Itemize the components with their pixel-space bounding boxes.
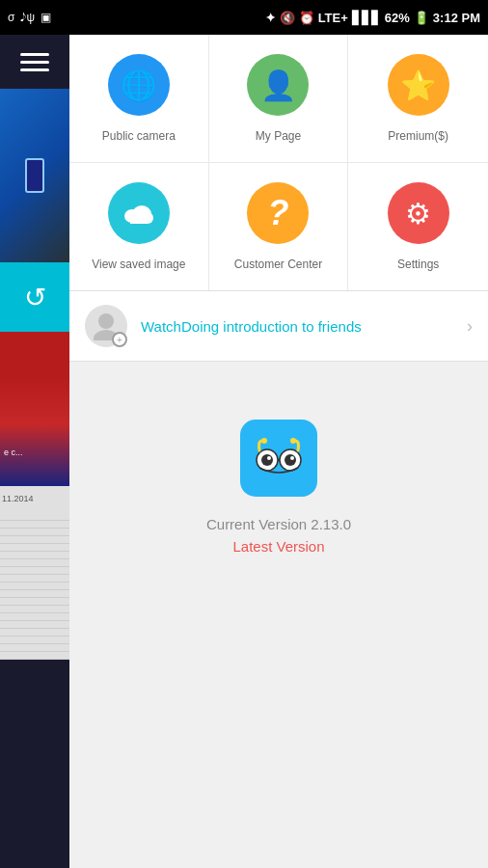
my-page-icon: 👤 xyxy=(247,54,309,116)
battery-percent: 62% xyxy=(385,11,410,25)
public-camera-icon: 🌐 xyxy=(108,54,170,116)
svg-point-11 xyxy=(290,456,294,460)
thumb3-date: 11.2014 xyxy=(2,494,34,503)
clock: 3:12 PM xyxy=(433,11,480,25)
lte-indicator: LTE+ xyxy=(318,11,348,25)
cloud-icon-svg xyxy=(122,197,155,230)
thumb2-label: e c... xyxy=(4,448,23,457)
svg-point-13 xyxy=(261,438,267,444)
battery-icon: 🔋 xyxy=(414,11,429,25)
app-logo-svg xyxy=(250,429,308,487)
invite-text: WatchDoing introduction to friends xyxy=(141,318,467,335)
left-sidebar: ↺ e c... 11.2014 xyxy=(0,35,69,868)
sidebar-thumbnail-3[interactable]: 11.2014 xyxy=(0,486,69,660)
version-section: Current Version 2.13.0 Latest Version xyxy=(69,362,488,868)
status-icon-sigma: σ xyxy=(8,11,14,24)
invite-banner[interactable]: + WatchDoing introduction to friends › xyxy=(69,291,488,362)
signal-bars: ▋▋▋ xyxy=(352,11,381,25)
svg-point-10 xyxy=(267,456,271,460)
menu-item-premium[interactable]: ⭐ Premium($) xyxy=(348,35,488,163)
menu-item-my-page[interactable]: 👤 My Page xyxy=(209,35,349,163)
premium-label: Premium($) xyxy=(388,129,448,143)
current-version-text: Current Version 2.13.0 xyxy=(206,516,351,532)
invite-arrow-icon: › xyxy=(467,316,473,337)
svg-rect-3 xyxy=(130,216,148,224)
menu-grid: 🌐 Public camera 👤 My Page ⭐ Premium($) xyxy=(69,35,488,291)
status-icon-image: ▣ xyxy=(41,11,51,24)
svg-point-9 xyxy=(285,454,296,466)
hamburger-button[interactable] xyxy=(0,35,69,89)
menu-item-settings[interactable]: ⚙ Settings xyxy=(348,163,488,290)
menu-item-customer-center[interactable]: ? Customer Center xyxy=(209,163,349,290)
svg-point-8 xyxy=(261,454,273,466)
svg-point-4 xyxy=(98,313,114,329)
volume-icon: 🔇 xyxy=(280,11,295,25)
hamburger-line xyxy=(20,61,49,64)
hamburger-line xyxy=(20,68,49,71)
bluetooth-icon: ✦ xyxy=(265,11,276,25)
app-logo xyxy=(240,420,317,497)
main-layout: ↺ e c... 11.2014 🌐 Public camera 👤 My Pa… xyxy=(0,35,488,868)
status-bar: σ 𝅘𝅥𝅮 ψ ▣ ✦ 🔇 ⏰ LTE+ ▋▋▋ 62% 🔋 3:12 PM xyxy=(0,0,488,35)
menu-item-public-camera[interactable]: 🌐 Public camera xyxy=(69,35,209,163)
invite-avatar-wrap: + xyxy=(85,305,127,347)
invite-plus-icon: + xyxy=(112,332,127,347)
right-content: 🌐 Public camera 👤 My Page ⭐ Premium($) xyxy=(69,35,488,868)
customer-center-icon: ? xyxy=(247,182,309,244)
my-page-label: My Page xyxy=(256,129,301,143)
thumb3-lines xyxy=(0,515,69,660)
refresh-icon: ↺ xyxy=(24,282,46,313)
alarm-icon: ⏰ xyxy=(299,11,314,25)
sidebar-thumbnail-2[interactable]: e c... xyxy=(0,332,69,486)
public-camera-label: Public camera xyxy=(102,129,176,143)
sidebar-thumbnail-1[interactable] xyxy=(0,89,69,262)
view-saved-image-icon xyxy=(108,182,170,244)
status-right: ✦ 🔇 ⏰ LTE+ ▋▋▋ 62% 🔋 3:12 PM xyxy=(265,11,480,25)
latest-version-text: Latest Version xyxy=(232,538,324,555)
menu-item-view-saved-image[interactable]: View saved image xyxy=(69,163,209,290)
status-icons-left: σ 𝅘𝅥𝅮 ψ ▣ xyxy=(8,11,51,24)
settings-icon: ⚙ xyxy=(388,182,449,244)
customer-center-label: Customer Center xyxy=(234,258,322,271)
refresh-button[interactable]: ↺ xyxy=(0,262,69,332)
svg-point-14 xyxy=(290,438,296,444)
settings-label: Settings xyxy=(397,258,439,271)
view-saved-image-label: View saved image xyxy=(92,258,185,271)
phone-shape xyxy=(25,158,44,193)
premium-icon: ⭐ xyxy=(388,54,449,116)
hamburger-line xyxy=(20,53,49,56)
status-icon-usb: ψ xyxy=(26,11,35,24)
